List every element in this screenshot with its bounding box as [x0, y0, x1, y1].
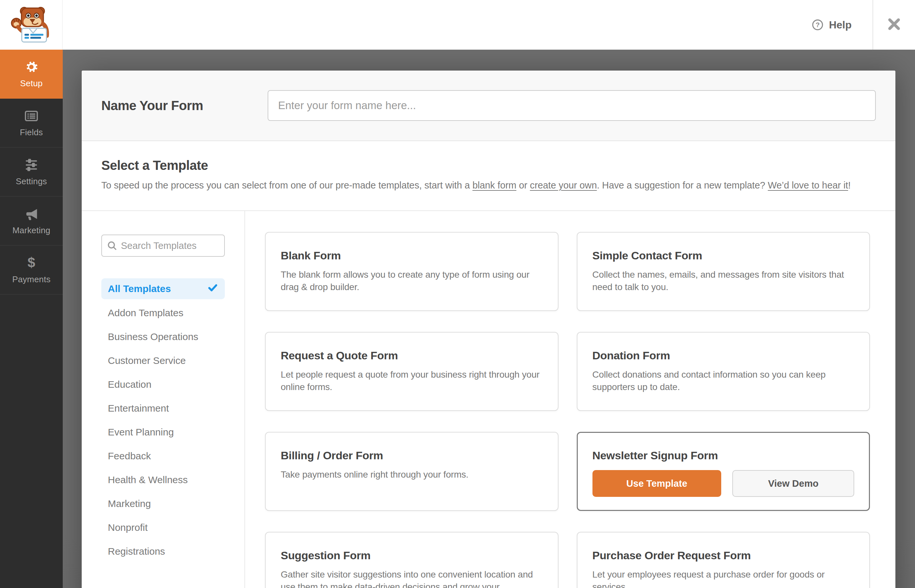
help-label: Help	[829, 19, 852, 31]
sliders-icon	[24, 157, 39, 173]
template-description: Let people request a quote from your bus…	[281, 368, 543, 393]
template-description: Collect the names, emails, and messages …	[592, 268, 855, 293]
template-card-donation-form[interactable]: Donation Form Collect donations and cont…	[577, 332, 870, 411]
view-demo-button[interactable]: View Demo	[732, 470, 854, 497]
top-bar: ? Help	[0, 0, 915, 50]
template-card-blank-form[interactable]: Blank Form The blank form allows you to …	[265, 232, 558, 311]
sidebar-item-settings[interactable]: Settings	[0, 148, 63, 197]
use-template-button[interactable]: Use Template	[592, 470, 721, 497]
blank-form-link[interactable]: blank form	[472, 180, 516, 191]
builder-sidebar: Setup Fields Se	[0, 50, 63, 588]
suggestion-link[interactable]: We’d love to hear it	[768, 180, 848, 191]
name-your-form-heading: Name Your Form	[101, 99, 203, 113]
create-your-own-link[interactable]: create your own	[530, 180, 597, 191]
template-description: The blank form allows you to create any …	[281, 268, 543, 293]
category-addon-templates[interactable]: Addon Templates	[101, 301, 225, 325]
sidebar-item-label: Fields	[20, 128, 43, 137]
template-title: Simple Contact Form	[592, 249, 855, 262]
category-label: Education	[108, 379, 151, 390]
template-card-simple-contact-form[interactable]: Simple Contact Form Collect the names, e…	[577, 232, 870, 311]
template-title: Newsletter Signup Form	[592, 449, 855, 462]
category-label: All Templates	[108, 283, 171, 294]
category-entertainment[interactable]: Entertainment	[101, 396, 225, 420]
description-text: !	[848, 180, 850, 191]
category-customer-service[interactable]: Customer Service	[101, 349, 225, 372]
template-title: Billing / Order Form	[281, 449, 543, 462]
sidebar-item-fields[interactable]: Fields	[0, 99, 63, 148]
template-card-request-a-quote-form[interactable]: Request a Quote Form Let people request …	[265, 332, 558, 411]
category-business-operations[interactable]: Business Operations	[101, 325, 225, 349]
sidebar-item-payments[interactable]: $ Payments	[0, 246, 63, 295]
fields-list-icon	[24, 108, 39, 123]
template-browser: All Templates Addon Templates Business O…	[82, 210, 896, 588]
category-marketing[interactable]: Marketing	[101, 492, 225, 515]
category-label: Addon Templates	[108, 307, 183, 318]
close-icon	[887, 17, 902, 33]
category-nonprofit[interactable]: Nonprofit	[101, 515, 225, 540]
category-label: Event Planning	[108, 426, 174, 438]
wpforms-bear-logo-icon	[10, 3, 52, 46]
description-text: or	[516, 180, 530, 191]
template-card-suggestion-form[interactable]: Suggestion Form Gather site visitor sugg…	[265, 532, 558, 588]
template-category-list: All Templates Addon Templates Business O…	[101, 278, 225, 563]
template-card-actions: Use Template View Demo	[592, 470, 855, 497]
name-your-form-section: Name Your Form	[82, 71, 896, 141]
category-label: Marketing	[108, 498, 151, 509]
form-name-input[interactable]	[268, 90, 876, 121]
select-template-heading: Select a Template	[101, 158, 876, 173]
wpforms-logo	[0, 0, 63, 50]
search-templates-input[interactable]	[101, 234, 225, 257]
category-event-planning[interactable]: Event Planning	[101, 420, 225, 444]
sidebar-item-label: Payments	[12, 275, 50, 284]
category-label: Business Operations	[108, 331, 198, 342]
template-cards-grid: Blank Form The blank form allows you to …	[245, 211, 896, 588]
category-health-wellness[interactable]: Health & Wellness	[101, 468, 225, 492]
template-categories-column: All Templates Addon Templates Business O…	[82, 211, 245, 588]
template-description: Gather site visitor suggestions into one…	[281, 569, 543, 588]
sidebar-item-label: Setup	[20, 78, 43, 89]
template-card-purchase-order-request-form[interactable]: Purchase Order Request Form Let your emp…	[577, 532, 870, 588]
category-label: Registrations	[108, 546, 165, 557]
category-label: Customer Service	[108, 355, 186, 366]
category-label: Health & Wellness	[108, 474, 188, 485]
gear-icon	[24, 60, 39, 74]
help-button[interactable]: ? Help	[812, 19, 852, 31]
category-registrations[interactable]: Registrations	[101, 540, 225, 563]
sidebar-item-marketing[interactable]: Marketing	[0, 197, 63, 246]
template-description: Take payments online right through your …	[281, 468, 543, 481]
dollar-sign-icon: $	[24, 255, 39, 270]
sidebar-item-setup[interactable]: Setup	[0, 50, 63, 99]
builder-backdrop: Name Your Form Select a Template To spee…	[63, 50, 915, 588]
setup-panel: Name Your Form Select a Template To spee…	[82, 71, 896, 588]
category-label: Nonprofit	[108, 522, 148, 533]
svg-text:$: $	[27, 255, 35, 270]
megaphone-icon	[24, 207, 39, 221]
close-button[interactable]	[873, 0, 915, 50]
template-title: Request a Quote Form	[281, 349, 543, 362]
template-description: Let your employees request a purchase or…	[592, 569, 855, 588]
template-title: Blank Form	[281, 249, 543, 262]
checkmark-icon	[207, 282, 218, 296]
category-label: Entertainment	[108, 403, 169, 414]
question-circle-icon: ?	[812, 19, 824, 31]
category-education[interactable]: Education	[101, 372, 225, 396]
sidebar-item-label: Marketing	[13, 225, 50, 236]
template-title: Donation Form	[592, 349, 855, 362]
template-description: Collect donations and contact informatio…	[592, 368, 855, 393]
select-template-header: Select a Template To speed up the proces…	[82, 141, 896, 210]
svg-text:?: ?	[815, 21, 820, 28]
select-template-description: To speed up the process you can select f…	[101, 180, 876, 191]
category-all-templates[interactable]: All Templates	[101, 278, 225, 299]
template-title: Purchase Order Request Form	[592, 549, 855, 562]
sidebar-item-label: Settings	[16, 176, 47, 187]
description-text: . Have a suggestion for a new template?	[597, 180, 768, 191]
template-card-billing-order-form[interactable]: Billing / Order Form Take payments onlin…	[265, 432, 558, 511]
description-text: To speed up the process you can select f…	[101, 180, 472, 191]
template-card-newsletter-signup-form[interactable]: Newsletter Signup Form Use Template View…	[577, 432, 870, 511]
category-label: Feedback	[108, 451, 151, 462]
category-feedback[interactable]: Feedback	[101, 444, 225, 468]
template-title: Suggestion Form	[281, 549, 543, 562]
